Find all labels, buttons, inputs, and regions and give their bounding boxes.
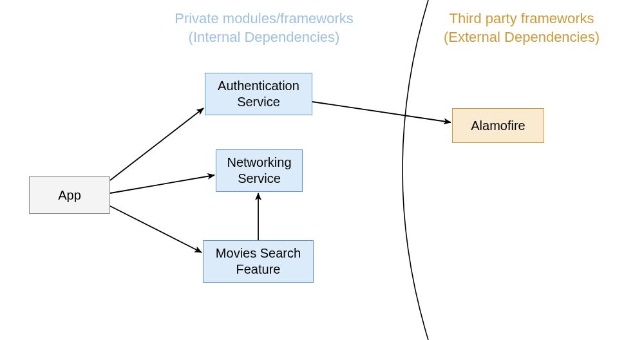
node-networking-service: Networking Service — [216, 149, 303, 192]
node-net-label-line1: Networking — [227, 155, 291, 169]
section-label-third-party: Third party frameworks (External Depende… — [425, 10, 618, 46]
node-app-label: App — [58, 187, 81, 203]
section-label-third-line2: (External Dependencies) — [444, 29, 600, 45]
node-movies-search-feature: Movies Search Feature — [203, 240, 314, 283]
edge-app-to-movies — [110, 206, 202, 252]
node-auth-label-line2: Service — [237, 95, 280, 109]
node-movies-label-line2: Feature — [236, 262, 281, 276]
node-authentication-service: Authentication Service — [205, 73, 312, 115]
section-label-private-line2: (Internal Dependencies) — [189, 29, 340, 45]
edge-app-to-auth — [110, 108, 204, 180]
node-net-label-line2: Service — [238, 171, 281, 185]
node-alamofire-label: Alamofire — [471, 118, 525, 134]
edge-auth-to-alamofire — [312, 102, 451, 122]
node-app: App — [29, 176, 110, 214]
node-auth-label-line1: Authentication — [218, 79, 299, 93]
section-label-private-line1: Private modules/frameworks — [175, 10, 354, 26]
section-label-third-line1: Third party frameworks — [450, 10, 594, 26]
edge-app-to-networking — [110, 175, 214, 193]
section-label-private: Private modules/frameworks (Internal Dep… — [155, 10, 374, 46]
boundary-arc — [402, 0, 428, 340]
node-movies-label-line1: Movies Search — [216, 246, 301, 260]
diagram-overlay — [0, 0, 644, 340]
node-alamofire: Alamofire — [452, 108, 544, 143]
